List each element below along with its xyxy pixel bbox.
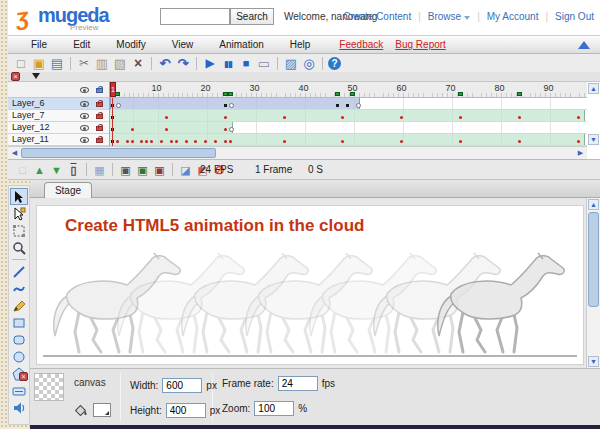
framerate-field[interactable]: [278, 376, 318, 391]
scroll-right-icon[interactable]: ▶: [575, 148, 586, 158]
blank-page-icon[interactable]: [15, 163, 30, 177]
search-input[interactable]: [160, 8, 230, 25]
cut-icon[interactable]: [76, 56, 92, 71]
keyframe[interactable]: [518, 140, 521, 143]
tab-stage[interactable]: Stage: [44, 182, 92, 198]
panel-close-icon[interactable]: ×: [11, 72, 20, 81]
lock-icon[interactable]: [96, 126, 103, 131]
keyframe[interactable]: [131, 128, 134, 131]
redo-icon[interactable]: [175, 56, 191, 71]
eye-icon[interactable]: [80, 101, 89, 107]
keyframe[interactable]: [165, 116, 168, 119]
keyframe[interactable]: [185, 140, 188, 143]
keyframe[interactable]: [165, 128, 168, 131]
zoom-tool[interactable]: [10, 239, 28, 256]
canvas-transparency-swatch[interactable]: [34, 373, 64, 401]
nav-link-create-content[interactable]: Create Content: [343, 11, 411, 22]
pencil-tool[interactable]: [10, 297, 28, 314]
width-field[interactable]: [162, 378, 202, 393]
empty-keyframe[interactable]: [229, 103, 234, 108]
layer-frames-layer_11[interactable]: [110, 134, 587, 146]
tween-span[interactable]: [110, 122, 233, 133]
camera-red-icon[interactable]: [152, 163, 167, 177]
pause-icon[interactable]: [220, 56, 236, 71]
lock-icon[interactable]: [96, 114, 103, 119]
zoom-field[interactable]: [254, 401, 294, 416]
preview-icon[interactable]: [256, 56, 272, 71]
subselect-tool[interactable]: [10, 205, 28, 222]
ellipse-tool[interactable]: [10, 348, 28, 365]
keyframe[interactable]: [229, 140, 232, 143]
label-marker-icon[interactable]: [335, 92, 340, 96]
nav-link-my-account[interactable]: My Account: [487, 11, 539, 22]
play-icon[interactable]: [202, 56, 218, 71]
paint-bucket-icon[interactable]: [74, 403, 88, 417]
undo-icon[interactable]: [157, 56, 173, 71]
stage-vscrollbar[interactable]: ▲ ▼: [586, 198, 600, 368]
keyframe[interactable]: [131, 140, 134, 143]
label-marker-icon[interactable]: [458, 92, 463, 96]
nav-link-sign-out[interactable]: Sign Out: [555, 11, 594, 22]
collapse-panel-icon[interactable]: [578, 41, 590, 49]
lock-icon[interactable]: [96, 102, 103, 107]
layer-frames-layer_6[interactable]: [110, 98, 587, 110]
eye-icon[interactable]: [80, 113, 89, 119]
onion-blue-icon[interactable]: [178, 163, 193, 177]
keyframe[interactable]: [346, 104, 349, 107]
keyframe[interactable]: [224, 140, 227, 143]
layer-row-layer_7[interactable]: Layer_7: [8, 110, 109, 122]
rect-tool[interactable]: [10, 314, 28, 331]
keyframe[interactable]: [175, 140, 178, 143]
menu-view[interactable]: View: [159, 39, 207, 50]
tween-span[interactable]: [110, 134, 585, 145]
keyframe[interactable]: [224, 128, 227, 131]
timeline-scroll-down-icon[interactable]: ▼: [588, 134, 599, 145]
button-tool[interactable]: [10, 382, 28, 399]
empty-keyframe[interactable]: [356, 103, 361, 108]
audio-tool[interactable]: [10, 399, 28, 416]
keyframe[interactable]: [214, 140, 217, 143]
delete-icon[interactable]: [130, 56, 146, 71]
line-tool[interactable]: [10, 263, 28, 280]
menu-help[interactable]: Help: [277, 39, 324, 50]
keyframe[interactable]: [577, 140, 580, 143]
keyframe[interactable]: [336, 104, 339, 107]
keyframe[interactable]: [170, 140, 173, 143]
move-down-icon[interactable]: [49, 163, 64, 177]
keyframe[interactable]: [160, 140, 163, 143]
keyframe[interactable]: [518, 116, 521, 119]
stop-icon[interactable]: [238, 56, 254, 71]
scroll-left-icon[interactable]: ◀: [9, 148, 20, 158]
open-folder-icon[interactable]: [31, 56, 47, 71]
publish-icon[interactable]: [283, 56, 299, 71]
layer-row-layer_12[interactable]: Layer_12: [8, 122, 109, 134]
fill-color-swatch[interactable]: [93, 403, 111, 417]
hscroll-thumb[interactable]: [21, 148, 216, 158]
keyframe[interactable]: [116, 140, 119, 143]
trash-icon[interactable]: [66, 163, 81, 177]
tween-span[interactable]: [110, 110, 585, 121]
empty-keyframe[interactable]: [116, 103, 121, 108]
menu-file[interactable]: File: [18, 39, 60, 50]
lock-icon[interactable]: [96, 138, 103, 143]
link-feedback[interactable]: Feedback: [333, 39, 389, 50]
eye-icon[interactable]: [80, 137, 89, 143]
keyframe[interactable]: [577, 116, 580, 119]
camera-green-icon[interactable]: [135, 163, 150, 177]
frame-gray-icon[interactable]: [118, 163, 133, 177]
panel-close-icon[interactable]: ×: [19, 372, 28, 381]
scroll-down-icon[interactable]: ▼: [588, 356, 599, 367]
transform-tool[interactable]: [10, 222, 28, 239]
timeline-hscrollbar[interactable]: ◀ ▶: [8, 146, 587, 159]
link-bug-report[interactable]: Bug Report: [389, 39, 452, 50]
timeline-scroll-up-icon[interactable]: ▲: [588, 83, 599, 94]
copy-icon[interactable]: [94, 56, 110, 71]
menu-edit[interactable]: Edit: [60, 39, 103, 50]
dup-layer-icon[interactable]: [92, 163, 107, 177]
eye-icon[interactable]: [80, 87, 89, 93]
tween-span[interactable]: [110, 98, 360, 109]
new-file-icon[interactable]: [13, 56, 29, 71]
roundrect-tool[interactable]: [10, 331, 28, 348]
frame-ruler[interactable]: 1020304050607080901: [110, 82, 587, 98]
nav-link-browse[interactable]: Browse: [428, 11, 470, 22]
